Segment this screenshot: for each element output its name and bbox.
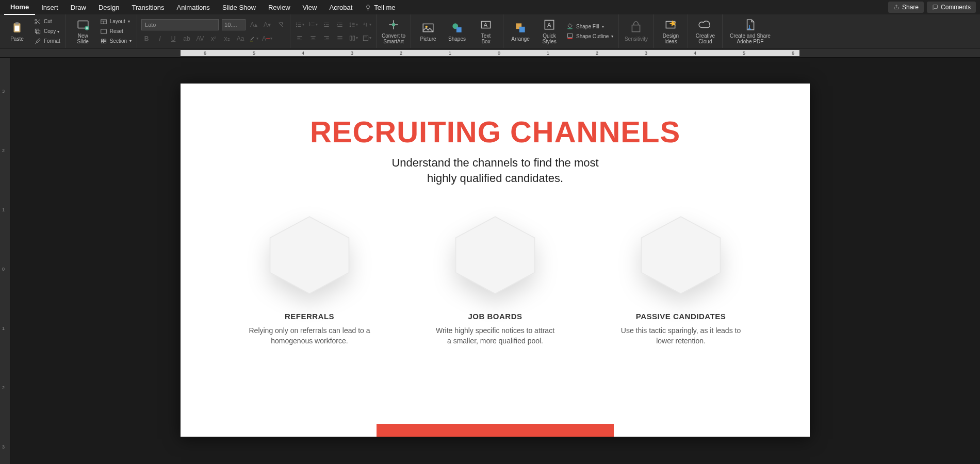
sensitivity-button[interactable]: Sensitivity — [623, 16, 649, 47]
align-center-button[interactable] — [308, 33, 318, 43]
tab-transitions[interactable]: Transitions — [125, 1, 170, 14]
arrange-icon — [514, 21, 527, 35]
underline-button[interactable]: U — [168, 34, 178, 44]
svg-rect-1 — [15, 22, 19, 24]
align-text-button[interactable] — [362, 33, 372, 43]
menu-bar: Home Insert Draw Design Transitions Anim… — [0, 0, 980, 14]
shape-outline-button[interactable]: Shape Outline — [565, 32, 614, 40]
ruler-horizontal: 6543210123456 — [0, 48, 980, 58]
subscript-button[interactable]: x₂ — [222, 34, 232, 44]
svg-rect-14 — [104, 39, 106, 40]
change-case-button[interactable]: Aa — [235, 34, 246, 44]
quickstyles-button[interactable]: A Quick Styles — [536, 16, 562, 47]
numbering-button[interactable]: 12 — [308, 20, 318, 30]
tab-home[interactable]: Home — [4, 0, 35, 15]
hexagon-icon — [634, 214, 727, 296]
increase-font-button[interactable]: A▴ — [249, 20, 259, 30]
decrease-font-button[interactable]: A▾ — [262, 20, 272, 30]
comments-button[interactable]: Comments — [927, 2, 976, 13]
section-button[interactable]: Section — [99, 37, 133, 45]
reset-button[interactable]: Reset — [99, 27, 133, 36]
indent-button[interactable] — [335, 20, 345, 30]
group-arrange: Arrange A Quick Styles Shape Fill Shape … — [503, 14, 619, 48]
smartart-icon — [387, 18, 400, 31]
shape-fill-button[interactable]: Shape Fill — [565, 22, 614, 30]
group-sensitivity: Sensitivity — [619, 14, 654, 48]
superscript-button[interactable]: x² — [208, 34, 219, 44]
svg-rect-6 — [35, 29, 39, 32]
group-adobepdf: Create and Share Adobe PDF — [723, 14, 777, 48]
new-slide-button[interactable]: New Slide — [70, 16, 96, 47]
font-color-button[interactable]: A — [262, 34, 272, 44]
svg-point-20 — [296, 26, 297, 27]
svg-text:2: 2 — [309, 24, 311, 26]
strike-button[interactable]: ab — [182, 34, 192, 44]
align-right-button[interactable] — [321, 33, 332, 43]
shapes-button[interactable]: Shapes — [444, 16, 470, 47]
tab-design[interactable]: Design — [92, 1, 125, 14]
designideas-button[interactable]: Design Ideas — [658, 16, 683, 47]
align-left-button[interactable] — [295, 33, 305, 43]
share-button[interactable]: Share — [888, 2, 924, 13]
font-name-input[interactable] — [141, 19, 219, 30]
slide-title[interactable]: RECRUITING CHANNELS — [181, 114, 810, 149]
tab-insert[interactable]: Insert — [35, 1, 64, 14]
tab-review[interactable]: Review — [262, 1, 297, 14]
comments-label: Comments — [941, 4, 971, 11]
share-icon — [893, 4, 900, 10]
picture-button[interactable]: Picture — [415, 16, 441, 47]
svg-rect-2 — [15, 25, 20, 31]
tab-acrobat[interactable]: Acrobat — [323, 1, 359, 14]
svg-point-56 — [426, 25, 428, 27]
comment-icon — [932, 4, 938, 10]
paste-icon — [10, 21, 24, 35]
layout-button[interactable]: Layout — [99, 18, 133, 26]
highlight-button[interactable] — [249, 34, 259, 44]
tab-draw[interactable]: Draw — [64, 1, 92, 14]
char-spacing-button[interactable]: AV — [195, 34, 205, 44]
columns-button[interactable] — [348, 33, 358, 43]
svg-rect-52 — [363, 36, 368, 40]
paste-button[interactable]: Paste — [4, 16, 30, 47]
bullets-button[interactable] — [295, 20, 305, 30]
group-clipboard: Paste Cut Copy Format — [0, 14, 66, 48]
line-spacing-button[interactable] — [348, 20, 358, 30]
textbox-button[interactable]: A Text Box — [473, 16, 499, 47]
bold-button[interactable]: B — [141, 34, 152, 44]
col-passive[interactable]: PASSIVE CANDIDATES Use this tactic spari… — [603, 214, 758, 346]
justify-button[interactable] — [335, 33, 345, 43]
text-direction-button[interactable]: A — [362, 20, 372, 30]
tell-me[interactable]: Tell me — [358, 1, 401, 14]
col-jobboards[interactable]: JOB BOARDS Write highly specific notices… — [418, 214, 573, 346]
svg-marker-71 — [456, 217, 535, 294]
col-referrals[interactable]: REFERRALS Relying only on referrals can … — [232, 214, 387, 346]
format-painter-button[interactable]: Format — [33, 37, 61, 45]
convert-smartart-button[interactable]: Convert to SmartArt — [381, 16, 406, 47]
tab-slideshow[interactable]: Slide Show — [216, 1, 262, 14]
adobepdf-button[interactable]: Create and Share Adobe PDF — [727, 16, 773, 47]
outdent-button[interactable] — [321, 20, 332, 30]
clear-format-button[interactable] — [275, 20, 286, 30]
tab-view[interactable]: View — [297, 1, 323, 14]
italic-button[interactable]: I — [155, 34, 165, 44]
workspace[interactable]: RECRUITING CHANNELS Understand the chann… — [10, 58, 980, 464]
group-insert: Picture Shapes A Text Box — [411, 14, 503, 48]
brush-icon — [34, 38, 41, 45]
slide-canvas[interactable]: RECRUITING CHANNELS Understand the chann… — [181, 84, 810, 437]
svg-rect-66 — [567, 34, 572, 37]
svg-rect-65 — [567, 28, 572, 29]
slide-subtitle[interactable]: Understand the channels to find the most… — [181, 155, 810, 186]
creativecloud-button[interactable]: Creative Cloud — [692, 16, 718, 47]
designideas-label: Design Ideas — [663, 33, 679, 44]
tab-animations[interactable]: Animations — [171, 1, 216, 14]
font-size-input[interactable] — [222, 19, 246, 30]
arrange-button[interactable]: Arrange — [508, 16, 533, 47]
slide-accent-bar — [377, 424, 614, 437]
layout-icon — [100, 18, 107, 25]
cut-button[interactable]: Cut — [33, 18, 61, 26]
arrange-label: Arrange — [511, 36, 530, 42]
copy-button[interactable]: Copy — [33, 27, 61, 36]
shapefill-label: Shape Fill — [576, 24, 599, 29]
format-label: Format — [44, 38, 60, 44]
creativecloud-label: Creative Cloud — [696, 33, 715, 44]
